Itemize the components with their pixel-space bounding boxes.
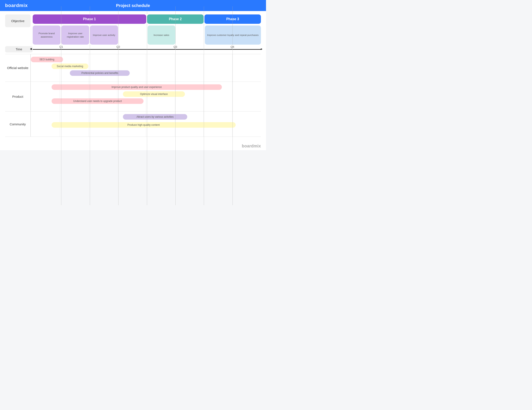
timeline-arrow (33, 49, 261, 50)
bar-social-media: Social media marketing (52, 64, 88, 69)
bar-produce-content: Produce high-quality content (52, 122, 236, 128)
page-title: Project schedule (116, 3, 150, 8)
q1-label: Q1 (33, 45, 90, 49)
bar-attract-users: Attract users by various activities (123, 114, 188, 120)
bar-optimize-visual: Optimize visual interface (123, 91, 185, 97)
phase-2-label[interactable]: Phase 2 (147, 14, 204, 24)
footer-watermark: boardmix (0, 142, 266, 150)
q3-label: Q3 (147, 45, 204, 49)
brand-logo: boardmix (5, 3, 28, 8)
product-section: Product Improve product quality and user… (5, 82, 261, 111)
obj-increase-sales: Increase sales (148, 26, 175, 45)
community-section: Community Attract users by various activ… (5, 111, 261, 137)
q4-label: Q4 (204, 45, 261, 49)
main-content: Objective Phase 1 Phase 2 Phase 3 (0, 11, 266, 142)
q2-label: Q2 (90, 45, 147, 49)
bar-understand-needs: Understand user needs to upgrade product (52, 98, 144, 104)
phase-3-label[interactable]: Phase 3 (204, 14, 261, 24)
official-website-section: Official website SEO building Social med… (5, 54, 261, 82)
obj-improve-activity: Improve user activity (90, 26, 118, 45)
bar-preferential: Preferential policies and benefits (70, 70, 130, 76)
obj-improve-registration: Improve user registration rate (61, 26, 89, 45)
bar-improve-quality: Improve product quality and user experie… (52, 84, 222, 90)
community-label: Community (5, 112, 30, 137)
header: boardmix Project schedule (0, 0, 266, 11)
objective-label: Objective (5, 14, 30, 27)
product-label: Product (5, 82, 30, 111)
phase-1-label[interactable]: Phase 1 (33, 14, 146, 24)
official-website-label: Official website (5, 54, 30, 82)
time-label: Time (5, 46, 33, 52)
obj-improve-loyalty: Improve customer loyalty and repeat purc… (205, 26, 261, 45)
bar-seo-building: SEO building (31, 57, 63, 62)
obj-promote-brand: Promote brand awareness (33, 26, 60, 45)
